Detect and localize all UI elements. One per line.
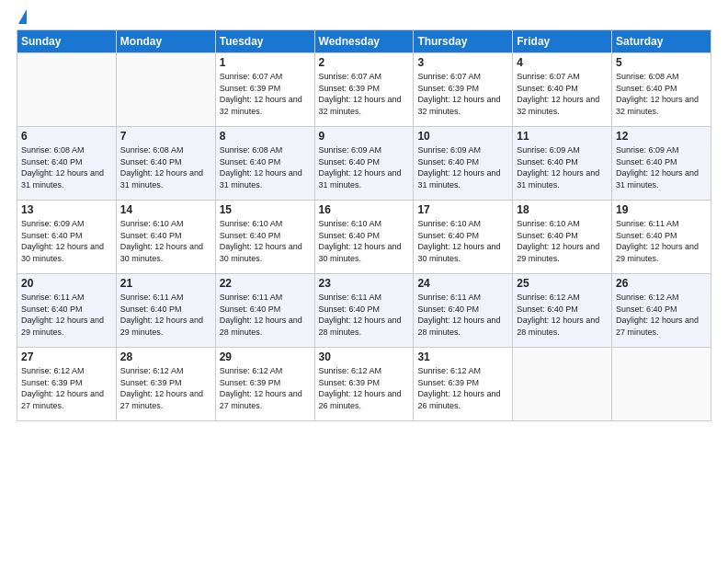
day-info: Sunrise: 6:08 AM Sunset: 6:40 PM Dayligh… — [21, 144, 112, 190]
day-number: 12 — [616, 130, 707, 143]
calendar-cell — [116, 53, 215, 127]
calendar-header-wednesday: Wednesday — [314, 30, 414, 53]
logo — [17, 9, 29, 24]
day-info: Sunrise: 6:08 AM Sunset: 6:40 PM Dayligh… — [120, 144, 211, 190]
day-info: Sunrise: 6:09 AM Sunset: 6:40 PM Dayligh… — [417, 144, 508, 190]
day-info: Sunrise: 6:12 AM Sunset: 6:39 PM Dayligh… — [120, 365, 211, 411]
day-number: 18 — [517, 203, 608, 216]
day-number: 22 — [220, 277, 311, 290]
calendar-header-row: SundayMondayTuesdayWednesdayThursdayFrid… — [17, 30, 711, 53]
day-info: Sunrise: 6:08 AM Sunset: 6:40 PM Dayligh… — [616, 71, 707, 117]
day-number: 23 — [319, 277, 410, 290]
day-info: Sunrise: 6:09 AM Sunset: 6:40 PM Dayligh… — [616, 144, 707, 190]
day-number: 15 — [220, 203, 311, 216]
day-number: 19 — [616, 203, 707, 216]
calendar-header-monday: Monday — [116, 30, 215, 53]
calendar-cell: 14Sunrise: 6:10 AM Sunset: 6:40 PM Dayli… — [116, 201, 215, 274]
header — [17, 9, 711, 24]
calendar-cell: 23Sunrise: 6:11 AM Sunset: 6:40 PM Dayli… — [314, 274, 414, 348]
day-number: 14 — [120, 203, 211, 216]
calendar-cell: 25Sunrise: 6:12 AM Sunset: 6:40 PM Dayli… — [513, 274, 612, 348]
calendar-week-row: 27Sunrise: 6:12 AM Sunset: 6:39 PM Dayli… — [17, 348, 711, 421]
day-info: Sunrise: 6:07 AM Sunset: 6:40 PM Dayligh… — [517, 71, 608, 117]
calendar-cell: 4Sunrise: 6:07 AM Sunset: 6:40 PM Daylig… — [513, 53, 612, 127]
calendar-cell: 6Sunrise: 6:08 AM Sunset: 6:40 PM Daylig… — [17, 127, 117, 201]
calendar-cell: 21Sunrise: 6:11 AM Sunset: 6:40 PM Dayli… — [116, 274, 215, 348]
calendar-cell — [513, 348, 612, 421]
day-number: 31 — [417, 350, 508, 363]
day-info: Sunrise: 6:10 AM Sunset: 6:40 PM Dayligh… — [120, 218, 211, 264]
day-info: Sunrise: 6:09 AM Sunset: 6:40 PM Dayligh… — [517, 144, 608, 190]
calendar-cell: 24Sunrise: 6:11 AM Sunset: 6:40 PM Dayli… — [414, 274, 513, 348]
day-number: 27 — [21, 350, 112, 363]
day-info: Sunrise: 6:07 AM Sunset: 6:39 PM Dayligh… — [319, 71, 410, 117]
calendar-cell: 11Sunrise: 6:09 AM Sunset: 6:40 PM Dayli… — [513, 127, 612, 201]
calendar-cell: 8Sunrise: 6:08 AM Sunset: 6:40 PM Daylig… — [215, 127, 314, 201]
calendar-cell: 12Sunrise: 6:09 AM Sunset: 6:40 PM Dayli… — [612, 127, 711, 201]
calendar: SundayMondayTuesdayWednesdayThursdayFrid… — [17, 29, 711, 421]
day-number: 3 — [417, 56, 508, 69]
calendar-week-row: 1Sunrise: 6:07 AM Sunset: 6:39 PM Daylig… — [17, 53, 711, 127]
day-number: 1 — [220, 56, 311, 69]
calendar-week-row: 13Sunrise: 6:09 AM Sunset: 6:40 PM Dayli… — [17, 201, 711, 274]
calendar-cell: 13Sunrise: 6:09 AM Sunset: 6:40 PM Dayli… — [17, 201, 117, 274]
day-info: Sunrise: 6:11 AM Sunset: 6:40 PM Dayligh… — [319, 292, 410, 338]
calendar-cell: 19Sunrise: 6:11 AM Sunset: 6:40 PM Dayli… — [612, 201, 711, 274]
day-info: Sunrise: 6:11 AM Sunset: 6:40 PM Dayligh… — [21, 292, 112, 338]
calendar-cell: 27Sunrise: 6:12 AM Sunset: 6:39 PM Dayli… — [17, 348, 117, 421]
day-info: Sunrise: 6:12 AM Sunset: 6:40 PM Dayligh… — [616, 292, 707, 338]
calendar-cell: 5Sunrise: 6:08 AM Sunset: 6:40 PM Daylig… — [612, 53, 711, 127]
calendar-cell: 28Sunrise: 6:12 AM Sunset: 6:39 PM Dayli… — [116, 348, 215, 421]
day-number: 24 — [417, 277, 508, 290]
day-info: Sunrise: 6:07 AM Sunset: 6:39 PM Dayligh… — [220, 71, 311, 117]
day-info: Sunrise: 6:08 AM Sunset: 6:40 PM Dayligh… — [220, 144, 311, 190]
day-info: Sunrise: 6:12 AM Sunset: 6:39 PM Dayligh… — [417, 365, 508, 411]
calendar-cell: 16Sunrise: 6:10 AM Sunset: 6:40 PM Dayli… — [314, 201, 414, 274]
day-number: 4 — [517, 56, 608, 69]
calendar-cell: 20Sunrise: 6:11 AM Sunset: 6:40 PM Dayli… — [17, 274, 117, 348]
day-number: 16 — [319, 203, 410, 216]
calendar-cell: 17Sunrise: 6:10 AM Sunset: 6:40 PM Dayli… — [414, 201, 513, 274]
calendar-cell: 1Sunrise: 6:07 AM Sunset: 6:39 PM Daylig… — [215, 53, 314, 127]
calendar-header-thursday: Thursday — [414, 30, 513, 53]
day-number: 2 — [319, 56, 410, 69]
calendar-header-friday: Friday — [513, 30, 612, 53]
calendar-cell: 9Sunrise: 6:09 AM Sunset: 6:40 PM Daylig… — [314, 127, 414, 201]
day-number: 10 — [417, 130, 508, 143]
calendar-cell: 30Sunrise: 6:12 AM Sunset: 6:39 PM Dayli… — [314, 348, 414, 421]
day-info: Sunrise: 6:09 AM Sunset: 6:40 PM Dayligh… — [319, 144, 410, 190]
calendar-week-row: 20Sunrise: 6:11 AM Sunset: 6:40 PM Dayli… — [17, 274, 711, 348]
calendar-cell: 2Sunrise: 6:07 AM Sunset: 6:39 PM Daylig… — [314, 53, 414, 127]
day-number: 30 — [319, 350, 410, 363]
day-number: 28 — [120, 350, 211, 363]
calendar-cell: 29Sunrise: 6:12 AM Sunset: 6:39 PM Dayli… — [215, 348, 314, 421]
day-info: Sunrise: 6:10 AM Sunset: 6:40 PM Dayligh… — [220, 218, 311, 264]
calendar-cell: 22Sunrise: 6:11 AM Sunset: 6:40 PM Dayli… — [215, 274, 314, 348]
day-info: Sunrise: 6:12 AM Sunset: 6:39 PM Dayligh… — [319, 365, 410, 411]
calendar-cell — [612, 348, 711, 421]
day-info: Sunrise: 6:11 AM Sunset: 6:40 PM Dayligh… — [616, 218, 707, 264]
day-info: Sunrise: 6:11 AM Sunset: 6:40 PM Dayligh… — [120, 292, 211, 338]
day-number: 6 — [21, 130, 112, 143]
day-info: Sunrise: 6:12 AM Sunset: 6:40 PM Dayligh… — [517, 292, 608, 338]
day-info: Sunrise: 6:10 AM Sunset: 6:40 PM Dayligh… — [517, 218, 608, 264]
day-number: 26 — [616, 277, 707, 290]
calendar-week-row: 6Sunrise: 6:08 AM Sunset: 6:40 PM Daylig… — [17, 127, 711, 201]
calendar-cell: 10Sunrise: 6:09 AM Sunset: 6:40 PM Dayli… — [414, 127, 513, 201]
day-number: 20 — [21, 277, 112, 290]
day-number: 5 — [616, 56, 707, 69]
day-number: 13 — [21, 203, 112, 216]
calendar-header-tuesday: Tuesday — [215, 30, 314, 53]
day-info: Sunrise: 6:10 AM Sunset: 6:40 PM Dayligh… — [417, 218, 508, 264]
calendar-cell: 26Sunrise: 6:12 AM Sunset: 6:40 PM Dayli… — [612, 274, 711, 348]
logo-triangle-icon — [18, 9, 27, 24]
day-number: 29 — [220, 350, 311, 363]
day-number: 11 — [517, 130, 608, 143]
day-info: Sunrise: 6:07 AM Sunset: 6:39 PM Dayligh… — [417, 71, 508, 117]
calendar-cell — [17, 53, 117, 127]
day-info: Sunrise: 6:11 AM Sunset: 6:40 PM Dayligh… — [417, 292, 508, 338]
day-info: Sunrise: 6:12 AM Sunset: 6:39 PM Dayligh… — [21, 365, 112, 411]
day-info: Sunrise: 6:11 AM Sunset: 6:40 PM Dayligh… — [220, 292, 311, 338]
day-number: 21 — [120, 277, 211, 290]
calendar-cell: 15Sunrise: 6:10 AM Sunset: 6:40 PM Dayli… — [215, 201, 314, 274]
